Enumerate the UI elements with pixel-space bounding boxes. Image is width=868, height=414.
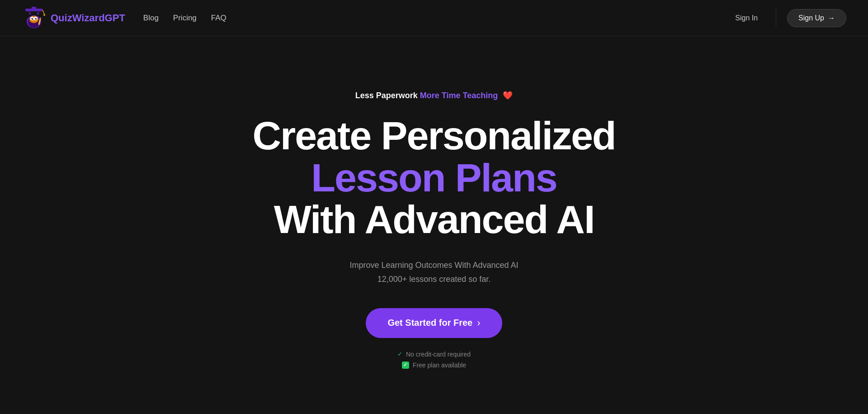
trust-text-2: Free plan available xyxy=(413,362,466,369)
nav-divider xyxy=(776,9,776,27)
owl-logo-icon xyxy=(22,6,46,30)
tagline-text-highlight: More Time Teaching xyxy=(420,91,498,100)
hero-title-line2: Lesson Plans xyxy=(252,157,615,199)
svg-marker-15 xyxy=(37,11,39,15)
svg-point-12 xyxy=(36,18,37,19)
sign-up-button[interactable]: Sign Up → xyxy=(787,9,846,27)
svg-marker-14 xyxy=(28,11,31,15)
nav-item-pricing[interactable]: Pricing xyxy=(173,14,197,23)
get-started-button[interactable]: Get Started for Free › xyxy=(366,308,502,338)
hero-subtitle: Improve Learning Outcomes With Advanced … xyxy=(349,258,518,286)
nav-left: QuizWizardGPT Blog Pricing FAQ xyxy=(22,6,226,30)
sign-in-button[interactable]: Sign In xyxy=(728,10,765,26)
svg-point-3 xyxy=(43,14,45,16)
svg-point-11 xyxy=(32,18,33,19)
logo[interactable]: QuizWizardGPT xyxy=(22,6,125,30)
nav-item-faq[interactable]: FAQ xyxy=(211,14,226,23)
tagline-heart-icon: ❤️ xyxy=(503,91,513,100)
hero-subtitle-line1: Improve Learning Outcomes With Advanced … xyxy=(349,258,518,272)
navbar: QuizWizardGPT Blog Pricing FAQ Sign In S… xyxy=(0,0,868,36)
trust-item-free-plan: ✓ Free plan available xyxy=(402,362,466,369)
trust-item-no-credit-card: ✓ No credit-card required xyxy=(397,351,471,358)
brand-name: QuizWizardGPT xyxy=(51,12,125,24)
nav-link-blog[interactable]: Blog xyxy=(143,14,159,22)
nav-links: Blog Pricing FAQ xyxy=(143,14,226,23)
svg-marker-17 xyxy=(40,17,42,19)
nav-item-blog[interactable]: Blog xyxy=(143,14,159,23)
hero-subtitle-line2: 12,000+ lessons created so far. xyxy=(349,272,518,286)
trust-items: ✓ No credit-card required ✓ Free plan av… xyxy=(397,351,471,369)
hero-section: Less Paperwork More Time Teaching ❤️ Cre… xyxy=(0,36,868,414)
hero-title-line1: Create Personalized xyxy=(252,113,615,158)
nav-link-faq[interactable]: FAQ xyxy=(211,14,226,22)
cta-arrow-icon: › xyxy=(477,317,480,329)
svg-line-2 xyxy=(42,10,44,14)
nav-right: Sign In Sign Up → xyxy=(728,9,846,27)
checkmark-icon-1: ✓ xyxy=(397,351,402,357)
hero-title-line3: With Advanced AI xyxy=(274,197,594,242)
hero-title: Create Personalized Lesson Plans With Ad… xyxy=(252,115,615,240)
nav-link-pricing[interactable]: Pricing xyxy=(173,14,197,22)
sign-up-arrow-icon: → xyxy=(828,14,835,22)
cta-label: Get Started for Free xyxy=(387,318,472,328)
hero-tagline: Less Paperwork More Time Teaching ❤️ xyxy=(355,90,513,100)
svg-rect-1 xyxy=(32,7,36,9)
tagline-text-plain: Less Paperwork xyxy=(355,91,418,100)
checkmark-box-icon-2: ✓ xyxy=(402,362,409,369)
sign-up-label: Sign Up xyxy=(798,14,824,22)
trust-text-1: No credit-card required xyxy=(406,351,471,358)
